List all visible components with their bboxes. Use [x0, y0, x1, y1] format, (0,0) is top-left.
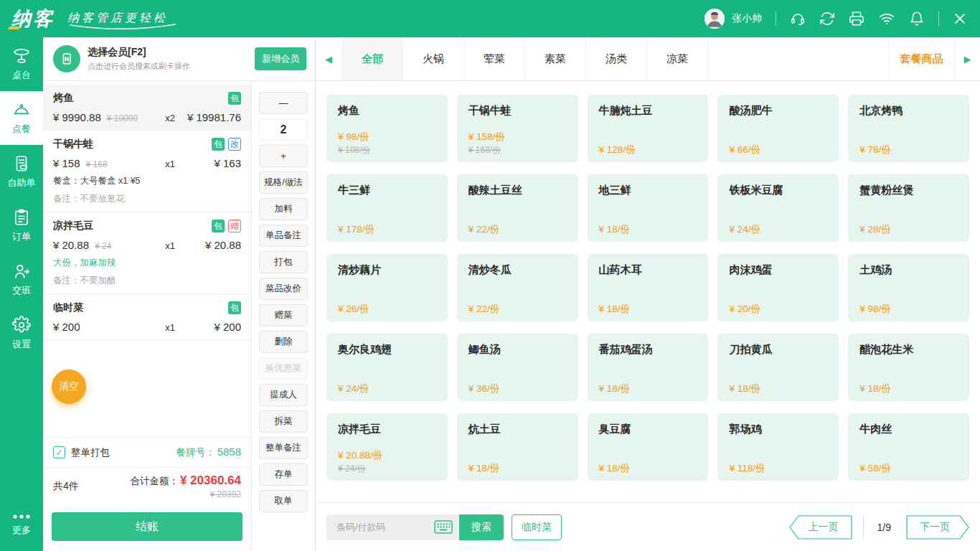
order-item[interactable]: 凉拌毛豆 包 赠 ¥ 20.88 ¥ 24 x1 ¥ 20.88 大份，加麻加辣… [43, 212, 251, 294]
pack-button[interactable]: 打包 [259, 251, 308, 273]
dish-card[interactable]: 番茄鸡蛋汤¥ 18/份 [588, 334, 709, 401]
sidebar-item-tables[interactable]: 桌台 [0, 37, 43, 91]
order-item-total: ¥ 163 [175, 157, 241, 169]
barcode-input[interactable] [335, 521, 434, 533]
order-item[interactable]: 干锅牛蛙 包 改 ¥ 158 ¥ 168 x1 ¥ 163 餐盒：大号餐盒 x1… [43, 131, 251, 212]
sidebar-item-order-food[interactable]: 点餐 [0, 91, 43, 145]
commission-person-button[interactable]: 提成人 [259, 384, 308, 406]
dish-card[interactable]: 醋泡花生米¥ 18/份 [848, 334, 969, 401]
dish-name: 山药木耳 [599, 263, 697, 277]
decrease-qty-button[interactable]: — [259, 92, 308, 114]
checkout-button[interactable]: 结账 [52, 512, 242, 541]
clear-order-button[interactable]: 清空 [52, 369, 86, 404]
delete-button[interactable]: 删除 [259, 331, 308, 353]
order-item-qty: x2 [165, 113, 175, 123]
dish-card[interactable]: 鲫鱼汤¥ 36/份 [457, 334, 578, 401]
wifi-icon[interactable] [878, 11, 895, 27]
pack-whole-order-checkbox[interactable]: ✓ [53, 446, 65, 458]
quantity-display: 2 [259, 118, 308, 141]
dish-card[interactable]: 刀拍黄瓜¥ 18/份 [717, 334, 839, 401]
dish-card[interactable]: 肉沫鸡蛋¥ 20/份 [717, 254, 839, 321]
dish-name: 鲫鱼汤 [468, 343, 567, 357]
logo-accent [8, 27, 20, 29]
order-item-name: 凉拌毛豆 [53, 220, 208, 232]
tab-meat[interactable]: 荤菜 [463, 37, 524, 80]
split-dish-button[interactable]: 拆菜 [259, 410, 308, 433]
dish-old-price: ¥ 168/份 [468, 144, 567, 156]
next-page-button[interactable]: 下一页 [906, 515, 969, 540]
customer-service-icon[interactable] [790, 11, 806, 27]
add-member-button[interactable]: 新增会员 [255, 47, 306, 70]
sidebar-item-self-order[interactable]: 自助单 [0, 145, 43, 199]
dish-card[interactable]: 郭场鸡¥ 118/份 [717, 413, 839, 481]
tab-hotpot[interactable]: 火锅 [402, 37, 463, 80]
dish-card[interactable]: 牛三鲜¥ 178/份 [326, 174, 448, 242]
tabs-scroll-left-icon[interactable]: ◀ [316, 37, 341, 80]
tab-soup[interactable]: 汤类 [585, 37, 646, 80]
dish-name: 清炒冬瓜 [468, 263, 567, 277]
dish-name: 土鸡汤 [859, 263, 958, 277]
member-select-bar[interactable]: 选择会员[F2] 点击进行会员搜索或刷卡操作 新增会员 [43, 37, 315, 81]
printer-icon[interactable] [849, 11, 864, 27]
sync-icon[interactable] [819, 11, 835, 27]
order-item[interactable]: 烤鱼 包 ¥ 9990.88 ¥ 10000 x2 ¥ 19981.76 [43, 85, 251, 131]
avatar[interactable] [705, 9, 725, 29]
order-item-spec: 大份，加麻加辣 [53, 257, 241, 269]
prev-page-button[interactable]: 上一页 [789, 515, 852, 540]
tab-cold[interactable]: 凉菜 [646, 37, 707, 80]
save-order-button[interactable]: 存单 [259, 463, 308, 486]
dish-name: 蟹黄粉丝煲 [859, 184, 958, 197]
dish-old-price: ¥ 24/份 [338, 463, 436, 475]
dish-card[interactable]: 干锅牛蛙¥ 158/份¥ 168/份 [457, 95, 578, 162]
increase-qty-button[interactable]: + [259, 145, 308, 167]
temporary-dish-button[interactable]: 临时菜 [512, 514, 562, 540]
dish-card[interactable]: 奥尔良鸡翅¥ 24/份 [326, 334, 448, 401]
close-icon[interactable] [953, 11, 967, 26]
tabs-scroll-right-icon[interactable]: ▶ [954, 37, 980, 80]
old-total-amount: ¥ 20392 [130, 489, 241, 499]
retrieve-order-button[interactable]: 取单 [259, 490, 308, 512]
sidebar-item-settings[interactable]: 设置 [0, 306, 43, 360]
dish-card[interactable]: 蟹黄粉丝煲¥ 28/份 [848, 174, 969, 242]
table-card-value: 5858 [217, 446, 241, 458]
dish-card[interactable]: 山药木耳¥ 18/份 [588, 254, 709, 321]
item-note-button[interactable]: 单品备注 [259, 225, 308, 247]
keyboard-icon[interactable] [434, 520, 453, 534]
dish-card[interactable]: 酸辣土豆丝¥ 22/份 [457, 174, 578, 242]
sidebar-item-more[interactable]: 更多 [0, 504, 43, 545]
dish-card[interactable]: 酸汤肥牛¥ 66/份 [717, 95, 839, 162]
whole-order-note-button[interactable]: 整单备注 [259, 437, 308, 459]
dish-card[interactable]: 烤鱼¥ 98/份¥ 108/份 [326, 95, 448, 162]
change-price-button[interactable]: 菜品改价 [259, 278, 308, 300]
add-ingredient-button[interactable]: 加料 [259, 198, 308, 220]
sidebar-item-shift[interactable]: 交班 [0, 253, 43, 306]
dish-card[interactable]: 凉拌毛豆¥ 20.88/份¥ 24/份 [326, 413, 448, 481]
dish-name: 地三鲜 [599, 184, 697, 197]
gift-dish-button[interactable]: 赠菜 [259, 304, 308, 326]
tab-combo-products[interactable]: 套餐商品 [888, 37, 954, 80]
dish-price: ¥ 18/份 [599, 382, 697, 395]
sidebar-item-orders[interactable]: 订单 [0, 199, 43, 253]
dish-card[interactable]: 清炒冬瓜¥ 22/份 [457, 254, 578, 321]
tab-vegetable[interactable]: 素菜 [524, 37, 585, 80]
dish-card[interactable]: 清炒藕片¥ 26/份 [326, 254, 448, 321]
dish-card[interactable]: 牛腩炖土豆¥ 128/份 [588, 95, 709, 162]
dish-card[interactable]: 土鸡汤¥ 98/份 [848, 254, 969, 321]
dish-price: ¥ 24/份 [729, 223, 827, 236]
tab-all[interactable]: 全部 [341, 37, 402, 80]
dish-name: 北京烤鸭 [859, 104, 958, 118]
dish-card[interactable]: 牛肉丝¥ 58/份 [848, 413, 969, 481]
dish-card[interactable]: 地三鲜¥ 18/份 [588, 174, 709, 242]
dish-card[interactable]: 臭豆腐¥ 18/份 [588, 413, 709, 481]
dish-card[interactable]: 炕土豆¥ 18/份 [457, 413, 578, 481]
dish-price: ¥ 20.88/份 [338, 449, 436, 462]
dish-card[interactable]: 铁板米豆腐¥ 24/份 [717, 174, 839, 242]
next-page-label: 下一页 [906, 515, 969, 540]
spec-method-button[interactable]: 规格/做法 [259, 171, 308, 194]
order-item[interactable]: 临时菜 包 ¥ 200 x1 ¥ 200 [43, 294, 251, 340]
item-actions-column: — 2 + 规格/做法 加料 单品备注 打包 菜品改价 赠菜 删除 换优惠菜 提… [252, 81, 315, 551]
dish-card[interactable]: 北京烤鸭¥ 78/份 [848, 95, 969, 162]
search-button[interactable]: 搜索 [459, 514, 504, 540]
bell-icon[interactable] [909, 11, 925, 27]
sidebar-item-label: 点餐 [12, 123, 31, 136]
